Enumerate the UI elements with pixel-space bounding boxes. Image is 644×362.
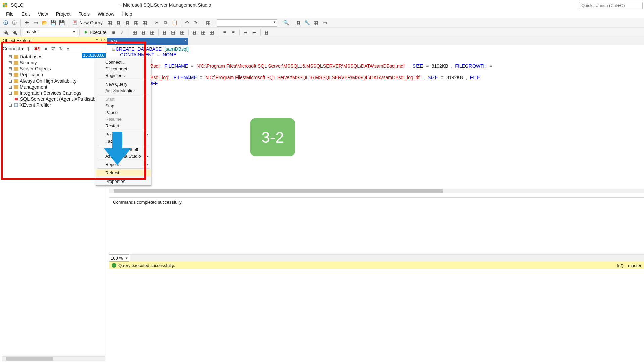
open-file-icon[interactable]: 📂 <box>41 19 48 27</box>
scrollbar-thumb[interactable] <box>114 189 443 193</box>
object-explorer-tree[interactable]: +Databases +Security +Server Objects +Re… <box>0 53 107 109</box>
db-engine-query-icon[interactable]: ▦ <box>106 19 113 27</box>
results-grid-icon[interactable]: ▦ <box>200 29 207 36</box>
scrollbar-thumb[interactable] <box>6 357 53 361</box>
forward-icon[interactable] <box>11 19 18 27</box>
zoom-dropdown[interactable]: 100 % <box>109 254 129 262</box>
ctx-refresh[interactable]: Refresh <box>96 169 151 176</box>
back-icon[interactable] <box>2 19 9 27</box>
wrench-icon[interactable]: 🔧 <box>303 19 311 27</box>
save-icon[interactable]: 💾 <box>49 19 57 27</box>
ctx-reports[interactable]: Reports <box>96 161 151 168</box>
ctx-register[interactable]: Register... <box>96 72 151 79</box>
disconnect-obj-icon[interactable]: ✖¶ <box>33 46 41 51</box>
menu-edit[interactable]: Edit <box>18 10 34 18</box>
filter-icon[interactable]: ▽ <box>51 46 56 51</box>
close-icon[interactable]: × <box>104 38 106 42</box>
connect-icon[interactable]: 🔌 <box>2 29 9 36</box>
messages-scrollbar[interactable] <box>130 254 644 262</box>
client-stats-icon[interactable]: ▦ <box>179 29 186 36</box>
cut-icon[interactable]: ✂ <box>153 19 161 27</box>
tree-node-agent[interactable]: SQL Server Agent (Agent XPs disabled) <box>1 96 106 102</box>
database-dropdown[interactable]: master <box>23 29 77 36</box>
outdent-icon[interactable]: ⇤ <box>251 29 258 36</box>
ctx-properties[interactable]: Properties <box>96 178 151 185</box>
query-options-icon[interactable]: ▦ <box>140 29 147 36</box>
live-stats-icon[interactable]: ▦ <box>170 29 177 36</box>
expand-icon[interactable]: + <box>9 86 12 89</box>
activity-icon[interactable]: ⭑ <box>66 46 70 51</box>
new-project-icon[interactable]: ▭ <box>32 19 39 27</box>
uncomment-icon[interactable]: ≡ <box>230 29 237 36</box>
menu-file[interactable]: File <box>2 10 18 18</box>
comment-icon[interactable]: ≡ <box>221 29 228 36</box>
registered-servers-icon[interactable]: ▦ <box>295 19 302 27</box>
actual-plan-icon[interactable]: ▦ <box>161 29 168 36</box>
dropdown-icon[interactable]: ▾ <box>96 38 98 42</box>
intellisense-icon[interactable]: ▦ <box>149 29 156 36</box>
parse-icon[interactable]: ✓ <box>119 29 126 36</box>
ctx-facets[interactable]: Facets <box>96 138 151 144</box>
as-dmx-icon[interactable]: ▦ <box>123 19 131 27</box>
results-text-icon[interactable]: ▦ <box>191 29 198 36</box>
refresh-icon[interactable]: ↻ <box>58 46 64 51</box>
ctx-powershell[interactable]: Start PowerShell <box>96 146 151 153</box>
window-layout-icon[interactable]: ▭ <box>321 19 328 27</box>
ctx-connect[interactable]: Connect... <box>96 59 151 65</box>
expand-icon[interactable]: + <box>9 73 12 76</box>
ctx-stop[interactable]: Stop <box>96 102 151 109</box>
editor-tab-active[interactable]: SQ × <box>107 38 188 45</box>
template-icon[interactable]: ▦ <box>312 19 319 27</box>
ctx-pause[interactable]: Pause <box>96 109 151 116</box>
menu-view[interactable]: View <box>34 10 52 18</box>
expand-icon[interactable]: + <box>9 67 12 70</box>
ctx-disconnect[interactable]: Disconnect <box>96 65 151 72</box>
as-mdx-icon[interactable]: ▦ <box>115 19 122 27</box>
execute-button[interactable]: Execute <box>82 29 109 36</box>
ctx-policies[interactable]: Policies <box>96 131 151 138</box>
expand-icon[interactable]: + <box>9 61 12 64</box>
quick-launch-input[interactable] <box>579 2 643 9</box>
connect-obj-icon[interactable]: ¶ <box>27 46 31 51</box>
redo-icon[interactable]: ↷ <box>192 19 199 27</box>
tree-node-security[interactable]: +Security <box>1 60 106 66</box>
expand-icon[interactable]: + <box>9 104 12 107</box>
pin-icon[interactable]: ⊓ <box>99 38 102 42</box>
tree-node-management[interactable]: +Management <box>1 84 106 90</box>
tree-node-xevent[interactable]: +XEvent Profiler <box>1 102 106 108</box>
editor-horizontal-scrollbar[interactable] <box>109 189 644 193</box>
expand-icon[interactable]: + <box>9 55 12 58</box>
tree-node-always-on[interactable]: +Always On High Availability <box>1 78 106 84</box>
menu-help[interactable]: Help <box>118 10 136 18</box>
menu-window[interactable]: Window <box>94 10 118 18</box>
expand-icon[interactable]: + <box>9 80 12 83</box>
estimated-plan-icon[interactable]: ▦ <box>131 29 139 36</box>
tree-node-isc[interactable]: +Integration Services Catalogs <box>1 90 106 96</box>
expand-icon[interactable]: + <box>9 92 12 95</box>
copy-icon[interactable]: ⧉ <box>162 19 169 27</box>
save-all-icon[interactable]: 💾 <box>58 19 65 27</box>
tree-node-replication[interactable]: +Replication <box>1 72 106 78</box>
stop-execute-icon[interactable]: ■ <box>110 29 117 36</box>
undo-icon[interactable]: ↶ <box>183 19 191 27</box>
ctx-new-query[interactable]: New Query <box>96 81 151 87</box>
find-icon[interactable]: 🔍 <box>282 19 290 27</box>
solution-config-dropdown[interactable] <box>217 19 277 27</box>
change-connection-icon[interactable]: 🔌 <box>11 29 18 36</box>
launch-icon[interactable]: ▦ <box>204 19 212 27</box>
tree-node-server-objects[interactable]: +Server Objects <box>1 66 106 72</box>
stop-icon[interactable]: ■ <box>44 46 48 51</box>
results-file-icon[interactable]: ▦ <box>208 29 216 36</box>
menu-project[interactable]: Project <box>52 10 75 18</box>
indent-icon[interactable]: ⇥ <box>242 29 249 36</box>
new-item-icon[interactable]: ✚ <box>23 19 31 27</box>
as-dax-icon[interactable]: ▦ <box>141 19 148 27</box>
tab-close-icon[interactable]: × <box>185 38 187 42</box>
connect-dropdown[interactable]: Connect ▾ <box>3 46 24 51</box>
new-query-button[interactable]: New Query <box>70 19 105 27</box>
sql-editor[interactable]: ⊟CREATE DATABASE [samDBsql] CONTAINMENT … <box>109 45 644 193</box>
ctx-activity-monitor[interactable]: Activity Monitor <box>96 87 151 94</box>
object-explorer-scrollbar[interactable] <box>2 356 105 361</box>
paste-icon[interactable]: 📋 <box>171 19 178 27</box>
ctx-azure-data-studio[interactable]: Azure Data Studio <box>96 153 151 159</box>
